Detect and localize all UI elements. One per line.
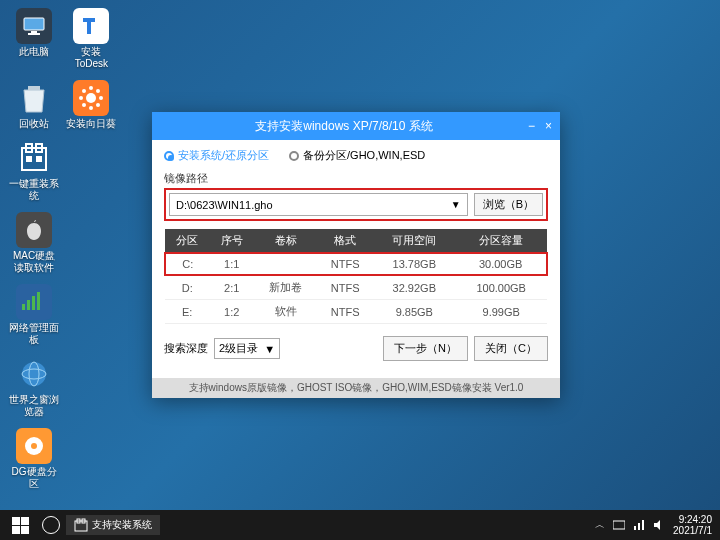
statusbar: 支持windows原版镜像，GHOST ISO镜像，GHO,WIM,ESD镜像安…	[152, 378, 560, 398]
icon-label: 世界之窗浏览器	[8, 394, 60, 418]
icon-label: 此电脑	[8, 46, 60, 58]
recycle-bin-icon	[16, 80, 52, 116]
close-button[interactable]: ×	[545, 119, 552, 133]
svg-point-22	[22, 362, 46, 386]
next-button[interactable]: 下一步（N）	[383, 336, 468, 361]
radio-label: 安装系统/还原分区	[178, 148, 269, 163]
col-volume: 卷标	[254, 229, 317, 253]
icon-label: 一键重装系统	[8, 178, 60, 202]
keyboard-icon[interactable]	[613, 519, 625, 531]
search-depth-label: 搜索深度	[164, 341, 208, 356]
desktop-icon-todesk[interactable]: 安装ToDesk	[65, 8, 117, 70]
reinstall-icon	[16, 140, 52, 176]
radio-dot-icon	[164, 151, 174, 161]
minimize-button[interactable]: −	[528, 119, 535, 133]
taskbar-app-installer[interactable]: 支持安装系统	[66, 515, 160, 535]
table-row[interactable]: E:1:2软件NTFS9.85GB9.99GB	[165, 300, 547, 324]
close-dialog-button[interactable]: 关闭（C）	[474, 336, 548, 361]
cell-free: 32.92GB	[373, 275, 455, 300]
svg-point-5	[89, 86, 93, 90]
col-drive: 分区	[165, 229, 209, 253]
chevron-down-icon: ▼	[264, 343, 275, 355]
table-row[interactable]: D:2:1新加卷NTFS32.92GB100.00GB	[165, 275, 547, 300]
app-icon	[74, 518, 88, 532]
tray-clock[interactable]: 9:24:20 2021/7/1	[673, 514, 716, 536]
svg-rect-17	[36, 156, 42, 162]
radio-install-restore[interactable]: 安装系统/还原分区	[164, 148, 269, 163]
chevron-down-icon: ▼	[451, 199, 461, 210]
installer-window: 支持安装windows XP/7/8/10 系统 − × 安装系统/还原分区 备…	[152, 112, 560, 398]
search-icon[interactable]	[42, 516, 60, 534]
cell-free: 13.78GB	[373, 253, 455, 275]
tray-chevron-up-icon[interactable]: ︿	[595, 518, 605, 532]
desktop-icon-worldwin[interactable]: 世界之窗浏览器	[8, 356, 60, 418]
svg-point-6	[89, 106, 93, 110]
radio-backup[interactable]: 备份分区/GHO,WIN,ESD	[289, 148, 425, 163]
cell-total: 9.99GB	[455, 300, 547, 324]
cell-drive: E:	[165, 300, 209, 324]
desktop-icon-thispc[interactable]: 此电脑	[8, 8, 60, 58]
svg-rect-1	[31, 31, 37, 33]
table-header-row: 分区 序号 卷标 格式 可用空间 分区容量	[165, 229, 547, 253]
cell-fs: NTFS	[317, 300, 373, 324]
svg-rect-19	[27, 300, 30, 310]
radio-dot-icon	[289, 151, 299, 161]
mode-radio-group: 安装系统/还原分区 备份分区/GHO,WIN,ESD	[164, 148, 548, 163]
svg-rect-31	[634, 526, 636, 530]
table-row[interactable]: C:1:1NTFS13.78GB30.00GB	[165, 253, 547, 275]
svg-point-8	[99, 96, 103, 100]
radio-label: 备份分区/GHO,WIN,ESD	[303, 148, 425, 163]
desktop-icon-recycle[interactable]: 回收站	[8, 80, 60, 130]
cell-volume: 新加卷	[254, 275, 317, 300]
col-index: 序号	[209, 229, 253, 253]
svg-rect-32	[638, 523, 640, 530]
svg-point-7	[79, 96, 83, 100]
svg-rect-33	[642, 520, 644, 530]
icon-label: MAC硬盘读取软件	[8, 250, 60, 274]
desktop-icon-reinstall[interactable]: 一键重装系统	[8, 140, 60, 202]
image-path-highlight: D:\0623\WIN11.gho ▼ 浏览（B）	[164, 188, 548, 221]
svg-point-26	[31, 443, 37, 449]
search-depth-value: 2级目录	[219, 341, 258, 356]
system-tray: ︿ 9:24:20 2021/7/1	[595, 514, 716, 536]
svg-rect-21	[37, 292, 40, 310]
windows-logo-icon	[12, 517, 29, 534]
volume-icon[interactable]	[653, 519, 665, 531]
clock-date: 2021/7/1	[673, 525, 712, 536]
footer-row: 搜索深度 2级目录 ▼ 下一步（N） 关闭（C）	[164, 336, 548, 361]
cell-total: 30.00GB	[455, 253, 547, 275]
desktop-icon-dg[interactable]: DG硬盘分区	[8, 428, 60, 490]
cell-volume: 软件	[254, 300, 317, 324]
svg-point-10	[96, 89, 100, 93]
start-button[interactable]	[4, 513, 36, 537]
image-path-label: 镜像路径	[164, 171, 548, 186]
svg-point-12	[96, 103, 100, 107]
sunflower-icon	[73, 80, 109, 116]
taskbar-app-label: 支持安装系统	[92, 518, 152, 532]
col-fs: 格式	[317, 229, 373, 253]
icon-label: 安装ToDesk	[65, 46, 117, 70]
svg-rect-2	[28, 33, 40, 35]
apple-icon	[16, 212, 52, 248]
clock-time: 9:24:20	[673, 514, 712, 525]
desktop-icon-sunflower[interactable]: 安装向日葵	[65, 80, 117, 130]
icon-label: 网络管理面板	[8, 322, 60, 346]
col-free: 可用空间	[373, 229, 455, 253]
desktop-icon-netmgr[interactable]: 网络管理面板	[8, 284, 60, 346]
cell-total: 100.00GB	[455, 275, 547, 300]
network-icon[interactable]	[633, 519, 645, 531]
image-path-dropdown[interactable]: D:\0623\WIN11.gho ▼	[169, 193, 468, 216]
icon-label: DG硬盘分区	[8, 466, 60, 490]
search-depth-select[interactable]: 2级目录 ▼	[214, 338, 280, 359]
browse-button[interactable]: 浏览（B）	[474, 193, 543, 216]
desktop-icons: 此电脑 安装ToDesk 回收站 安装向日葵 一键重装系统 MAC硬盘读取软件 …	[8, 8, 118, 500]
window-title: 支持安装windows XP/7/8/10 系统	[160, 118, 528, 135]
svg-point-11	[82, 103, 86, 107]
icon-label: 回收站	[8, 118, 60, 130]
svg-point-4	[86, 93, 96, 103]
titlebar[interactable]: 支持安装windows XP/7/8/10 系统 − ×	[152, 112, 560, 140]
icon-label: 安装向日葵	[65, 118, 117, 130]
desktop-icon-macdisk[interactable]: MAC硬盘读取软件	[8, 212, 60, 274]
todesk-icon	[73, 8, 109, 44]
svg-rect-16	[26, 156, 32, 162]
